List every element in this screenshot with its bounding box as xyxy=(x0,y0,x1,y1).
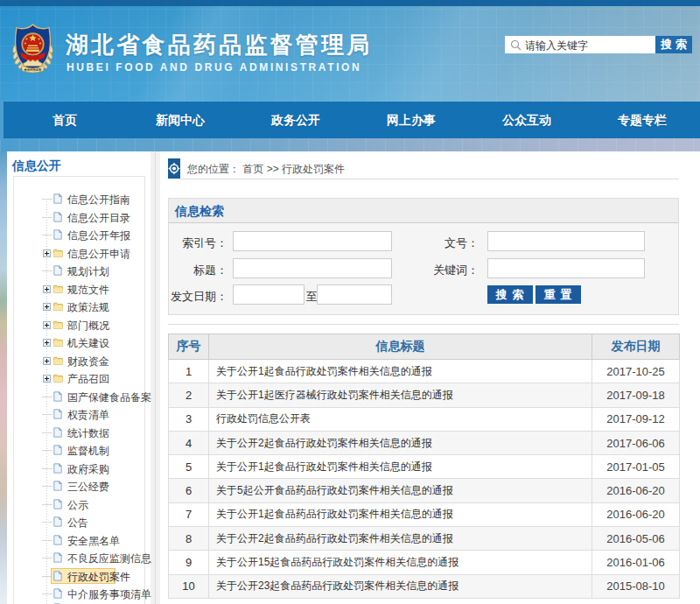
svg-text:食品药品监管: 食品药品监管 xyxy=(24,67,42,72)
